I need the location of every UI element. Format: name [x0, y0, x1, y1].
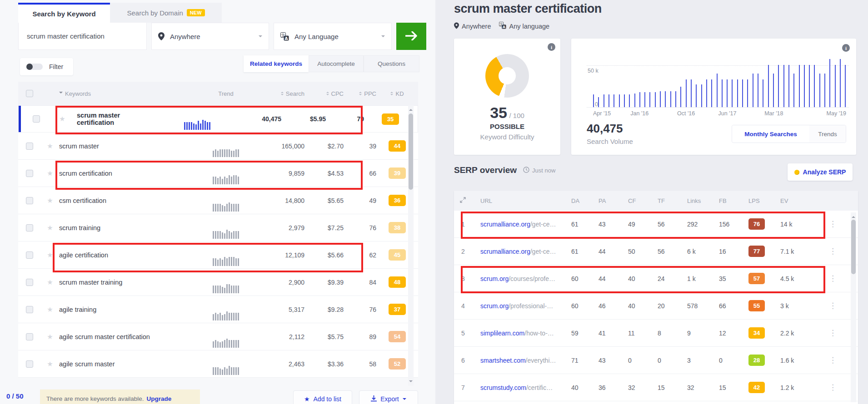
col-search[interactable]: Search [255, 90, 304, 97]
kd-badge[interactable]: 39 [389, 168, 406, 179]
keyword-table-row[interactable]: ★scrum master165,000$2.703944 [18, 133, 418, 160]
expand-icon[interactable] [459, 197, 480, 205]
kd-badge[interactable]: 45 [389, 249, 406, 261]
col-keywords[interactable]: Keywords [59, 90, 196, 97]
row-checkbox[interactable] [26, 333, 33, 340]
kd-badge[interactable]: 54 [389, 331, 406, 342]
kebab-menu-icon[interactable]: ⋮ [813, 274, 853, 283]
lps-badge[interactable]: 28 [748, 355, 765, 366]
scroll-down-icon[interactable] [409, 380, 413, 384]
kebab-menu-icon[interactable]: ⋮ [813, 301, 853, 310]
keyword-table-row[interactable]: ★scrum training2,979$7.257638 [18, 214, 418, 241]
row-checkbox[interactable] [26, 251, 33, 259]
lps-badge[interactable]: 55 [748, 300, 765, 311]
keyword-list-scrollbar[interactable] [408, 105, 414, 386]
keyword-table-row[interactable]: ★csm certification14,800$5.654936 [18, 187, 418, 214]
row-checkbox[interactable] [26, 224, 33, 232]
serp-result-row[interactable]: 7scrumstudy.com/certific…403632153215421… [454, 374, 858, 401]
lps-badge[interactable]: 57 [748, 273, 765, 284]
add-to-list-button[interactable]: ★ Add to list [293, 390, 352, 404]
kd-badge[interactable]: 38 [389, 222, 406, 233]
keyword-table-row[interactable]: ★agile certification12,109$5.666245 [18, 241, 418, 269]
row-checkbox[interactable] [26, 170, 33, 177]
serp-result-row[interactable]: 5simplilearn.com/how-to-…5941118912342.2… [454, 320, 858, 347]
keyword-cell[interactable]: scrum certification [59, 170, 196, 177]
kebab-menu-icon[interactable]: ⋮ [813, 219, 853, 229]
upgrade-link[interactable]: Upgrade [147, 395, 172, 402]
row-checkbox[interactable] [26, 279, 33, 286]
star-icon[interactable]: ★ [41, 224, 59, 232]
col-cpc[interactable]: CPC [304, 90, 344, 97]
location-select[interactable]: Anywhere [151, 23, 269, 50]
serp-result-row[interactable]: 4scrum.org/professional-…604640205786655… [454, 292, 858, 320]
filter-toggle[interactable]: Filter [20, 58, 73, 75]
result-url[interactable]: scrumalliance.org/get-ce… [480, 248, 571, 255]
find-keywords-button[interactable] [396, 23, 426, 50]
result-url[interactable]: scrumalliance.org/get-ce… [480, 221, 571, 228]
scrollbar-thumb[interactable] [409, 113, 413, 190]
serp-scrollbar[interactable] [851, 212, 856, 402]
info-icon[interactable]: i [842, 44, 850, 52]
keyword-table-row[interactable]: ★agile training5,317$9.287637 [18, 296, 418, 323]
kebab-menu-icon[interactable]: ⋮ [813, 355, 853, 365]
result-url[interactable]: scrum.org/professional-… [480, 302, 571, 310]
star-icon[interactable]: ★ [53, 115, 71, 123]
kd-badge[interactable]: 35 [382, 113, 399, 125]
toggle-switch[interactable] [26, 64, 43, 70]
keyword-cell[interactable]: scrum master certification [77, 112, 162, 126]
row-checkbox[interactable] [26, 306, 33, 313]
tab-related-keywords[interactable]: Related keywords [244, 55, 309, 72]
kebab-menu-icon[interactable]: ⋮ [813, 383, 853, 392]
result-url[interactable]: simplilearn.com/how-to-… [480, 330, 571, 337]
row-checkbox[interactable] [26, 360, 33, 368]
keyword-cell[interactable]: scrum master [59, 143, 196, 150]
row-checkbox[interactable] [26, 197, 33, 204]
scroll-up-icon[interactable] [852, 214, 855, 218]
info-icon[interactable]: i [548, 43, 555, 51]
serp-result-row[interactable]: 2scrumalliance.org/get-ce…614450566 k167… [454, 238, 858, 265]
kd-badge[interactable]: 52 [389, 358, 406, 370]
result-url[interactable]: scrum.org/courses/profe… [480, 275, 571, 282]
scroll-up-icon[interactable] [409, 107, 413, 111]
keyword-table-row[interactable]: ★scrum master training2,900$9.398448 [18, 269, 418, 296]
language-select[interactable]: 文 A Any Language [274, 23, 392, 50]
kd-badge[interactable]: 37 [389, 304, 406, 315]
star-icon[interactable]: ★ [41, 142, 59, 150]
keyword-cell[interactable]: agile training [59, 306, 196, 313]
kd-badge[interactable]: 48 [389, 276, 406, 288]
tab-questions[interactable]: Questions [364, 55, 419, 72]
kebab-menu-icon[interactable]: ⋮ [813, 246, 853, 256]
result-url[interactable]: scrumstudy.com/certific… [480, 384, 571, 391]
kd-badge[interactable]: 36 [389, 195, 406, 206]
kebab-menu-icon[interactable]: ⋮ [813, 328, 853, 338]
lps-badge[interactable]: 77 [748, 246, 765, 257]
keyword-table-row[interactable]: ★scrum master certification40,475$5.9579… [18, 105, 418, 133]
star-icon[interactable]: ★ [41, 278, 59, 286]
star-icon[interactable]: ★ [41, 333, 59, 341]
serp-result-row[interactable]: 3scrum.org/courses/profe…604440241 k3557… [454, 265, 858, 292]
keyword-cell[interactable]: csm certification [59, 197, 196, 204]
keyword-cell[interactable]: agile certification [59, 251, 196, 259]
keyword-cell[interactable]: scrum master training [59, 279, 196, 286]
keyword-cell[interactable]: agile scrum master certification [59, 333, 196, 340]
scrollbar-thumb[interactable] [851, 220, 856, 274]
kd-badge[interactable]: 44 [389, 140, 406, 152]
keyword-table-row[interactable]: ★agile scrum master certification2,112$5… [18, 323, 418, 350]
keyword-cell[interactable]: scrum training [59, 224, 196, 232]
keyword-search-input[interactable] [18, 23, 147, 50]
star-icon[interactable]: ★ [41, 305, 59, 314]
select-all-checkbox[interactable] [26, 90, 33, 97]
serp-result-row[interactable]: 1scrumalliance.org/get-ce…61434956292156… [454, 211, 858, 238]
col-kd[interactable]: KD [376, 90, 418, 97]
star-icon[interactable]: ★ [41, 251, 59, 259]
row-checkbox[interactable] [33, 115, 40, 123]
result-url[interactable]: smartsheet.com/everythi… [480, 357, 571, 364]
row-checkbox[interactable] [26, 143, 33, 150]
star-icon[interactable]: ★ [41, 169, 59, 177]
keyword-cell[interactable]: agile scrum master [59, 360, 196, 368]
keyword-table-row[interactable]: ★agile scrum master2,463$3.365852 [18, 350, 418, 378]
tab-search-by-keyword[interactable]: Search by Keyword [18, 3, 110, 23]
serp-result-row[interactable]: 6smartsheet.com/everythi…71430030281.6 k… [454, 347, 858, 374]
tab-autocomplete[interactable]: Autocomplete [309, 55, 364, 72]
keyword-table-row[interactable]: ★scrum certification9,859$4.536639 [18, 160, 418, 187]
